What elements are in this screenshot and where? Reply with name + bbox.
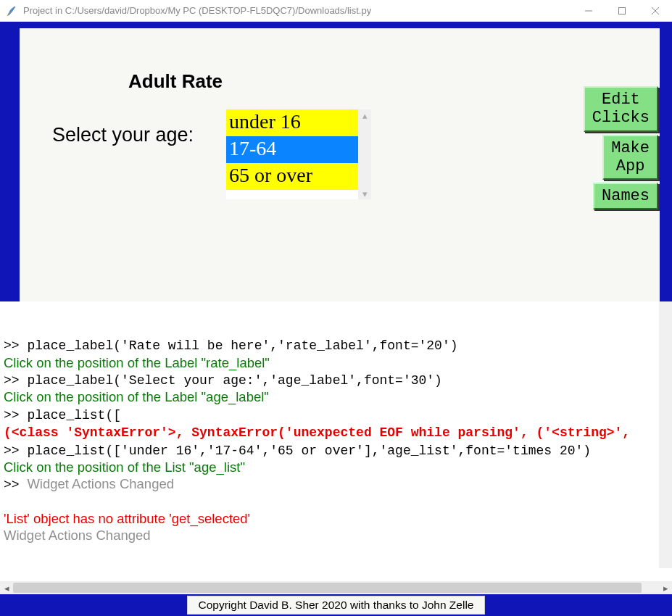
console-hscrollbar[interactable]: ◂ ▸	[0, 581, 672, 594]
minimize-button[interactable]	[572, 0, 605, 22]
console-line: >> Widget Actions Changed	[4, 475, 671, 494]
console-line: >> place_list(['under 16','17-64','65 or…	[4, 441, 671, 459]
scroll-up-icon[interactable]: ▴	[358, 109, 371, 121]
age-list-item[interactable]: under 16	[226, 109, 358, 136]
age-list-scrollbar[interactable]: ▴ ▾	[358, 109, 371, 199]
console-output[interactable]: >> place_label('Rate will be here','rate…	[0, 301, 672, 581]
rate-label: Adult Rate	[128, 70, 223, 93]
scroll-down-icon[interactable]: ▾	[358, 188, 371, 199]
console-line: >> place_label('Rate will be here','rate…	[4, 336, 671, 354]
console-line: 'List' object has no attribute 'get_sele…	[4, 510, 671, 527]
titlebar: Project in C:/Users/david/Dropbox/My PC …	[0, 0, 672, 22]
edit-clicks-button[interactable]: Edit Clicks	[584, 86, 658, 132]
scroll-thumb[interactable]	[13, 583, 642, 593]
console-line: >> place_label('Select your age:','age_l…	[4, 371, 671, 389]
scroll-right-icon[interactable]: ▸	[659, 581, 672, 594]
footer: Copyright David B. Sher 2020 with thanks…	[0, 594, 672, 616]
close-button[interactable]	[639, 0, 672, 22]
console-line	[4, 494, 671, 510]
age-list-item[interactable]: 65 or over	[226, 163, 358, 190]
console-vscrollbar[interactable]	[659, 301, 672, 568]
tk-feather-icon	[6, 5, 17, 17]
names-button[interactable]: Names	[593, 183, 658, 209]
console-line: >> place_list([	[4, 406, 671, 424]
console-line: Widget Actions Changed	[4, 527, 671, 544]
app-frame: Adult Rate Select your age: under 1617-6…	[0, 22, 672, 616]
age-label: Select your age:	[52, 124, 194, 146]
console-line: Click on the position of the Label "rate…	[4, 354, 671, 371]
window-title: Project in C:/Users/david/Dropbox/My PC …	[23, 5, 371, 16]
console-line: Click on the position of the Label "age_…	[4, 388, 671, 405]
console-panel: >> place_label('Rate will be here','rate…	[0, 301, 672, 594]
age-listbox[interactable]: under 1617-6465 or over ▴ ▾	[226, 109, 371, 199]
svg-rect-1	[619, 7, 626, 14]
age-list-item[interactable]: 17-64	[226, 136, 358, 163]
maximize-button[interactable]	[605, 0, 639, 22]
make-app-button[interactable]: Make App	[602, 135, 658, 180]
copyright-label: Copyright David B. Sher 2020 with thanks…	[187, 596, 486, 615]
console-line: (<class 'SyntaxError'>, SyntaxError('une…	[4, 423, 671, 441]
canvas-panel: Adult Rate Select your age: under 1617-6…	[20, 28, 660, 311]
console-line: Click on the position of the List "age_l…	[4, 459, 671, 475]
scroll-left-icon[interactable]: ◂	[0, 581, 13, 594]
